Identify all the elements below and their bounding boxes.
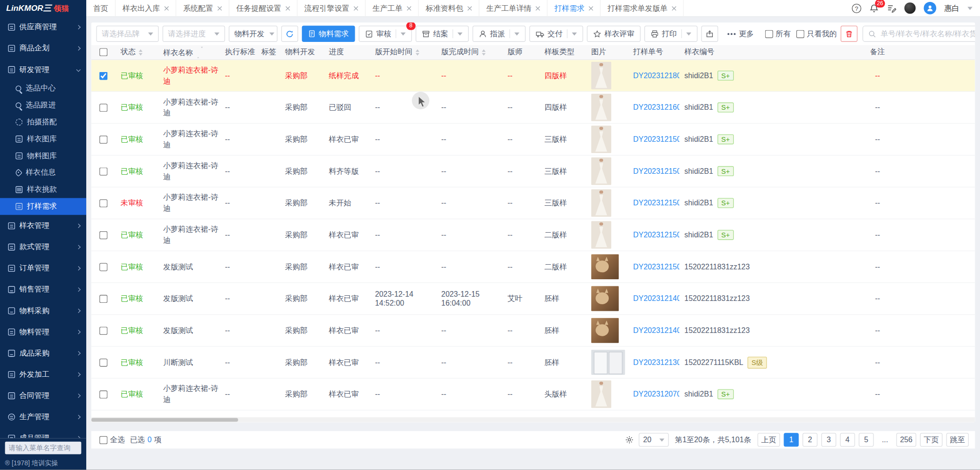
task-list-icon[interactable] [887,3,896,13]
material-request-button[interactable]: 物料需求 [302,25,355,41]
sample-image[interactable] [591,350,625,375]
tab-close-icon[interactable] [671,6,677,11]
table-row[interactable]: 已审核 发版测试 -- 采购部 样衣已审 -- -- -- 二版样 [91,251,975,283]
column-header[interactable]: 标签 [256,47,280,57]
row-checkbox[interactable] [99,231,107,239]
row-checkbox[interactable] [99,263,107,271]
sample-image[interactable] [591,157,611,185]
tab-close-icon[interactable] [217,6,222,11]
tab-close-icon[interactable] [353,6,358,11]
row-checkbox[interactable] [99,358,107,366]
table-row[interactable]: 已审核 川断测试 -- 采购部 样衣已审 -- -- -- 胚样 [91,347,975,379]
assign-button[interactable]: 指派 [473,25,526,41]
column-header[interactable]: 图片 [586,47,628,57]
order-link[interactable]: DY20231215003 [633,199,679,208]
order-link[interactable]: DY20231218001 [633,71,679,80]
tab[interactable]: 生产工单详情 [479,0,547,16]
order-link[interactable]: DY20231215001 [633,262,679,271]
audit-button[interactable]: 审核 8 [359,25,412,41]
sort-icon[interactable] [482,49,486,55]
user-menu-caret-icon[interactable] [967,7,972,10]
sidebar-item[interactable]: 款式管理 [0,236,86,257]
page-number-button[interactable]: 5 [859,433,874,446]
tab[interactable]: 标准资料包 [419,0,480,16]
sidebar-item[interactable]: 物料采购 [0,300,86,321]
column-header[interactable]: 版师 [503,47,539,57]
table-row[interactable]: 已审核 发版测试 -- 采购部 样衣已审 -- -- -- 胚样 [91,315,975,347]
sidebar-item[interactable]: 拍摄搭配 [0,113,86,130]
row-checkbox[interactable] [99,72,107,80]
column-header[interactable]: 进度 [324,47,370,57]
page-number-button[interactable]: 4 [840,433,855,446]
order-link[interactable]: DY20231215002 [633,230,679,239]
column-header[interactable]: 版开始时间 [370,47,436,57]
caret-icon[interactable] [686,32,692,35]
more-button[interactable]: 更多 [722,25,760,41]
tab-close-icon[interactable] [406,6,411,11]
row-checkbox[interactable] [99,294,107,302]
order-link[interactable]: DY20231215005 [633,135,679,144]
horizontal-scrollbar[interactable] [91,417,975,422]
column-header[interactable]: 执行标准 [220,47,256,57]
page-number-button[interactable]: 2 [802,433,817,446]
tab-close-icon[interactable] [588,6,593,11]
menu-search-input[interactable] [5,442,82,454]
tab[interactable]: 系统配置 [176,0,229,16]
order-link[interactable]: DY20231207001 [633,390,679,399]
avatar[interactable] [924,2,937,15]
sidebar-item[interactable]: 样衣图库 [0,130,86,147]
caret-icon[interactable] [457,32,463,35]
tab[interactable]: 打样需求单发版单 [601,0,684,16]
only-mine-checkbox[interactable]: 只看我的 [796,28,837,39]
sidebar-item[interactable]: 选品中心 [0,80,86,97]
select-all-checkbox[interactable] [99,48,107,56]
brand-select[interactable]: 请选择品牌 [96,25,159,41]
order-link[interactable]: DY20231213001 [633,358,679,367]
print-button[interactable]: 打印 [645,25,698,41]
export-button[interactable] [701,25,718,41]
username[interactable]: 惠白 [944,3,959,14]
search-input[interactable] [879,29,975,39]
filter-all-checkbox[interactable]: 所有 [765,28,791,39]
row-checkbox[interactable] [99,326,107,334]
page-number-button[interactable]: 3 [821,433,836,446]
row-checkbox[interactable] [99,135,107,143]
table-row[interactable]: 已审核 小萝莉连衣裙-诗迪 -- 采购部 样衣已审 -- -- -- 三版样 [91,124,975,156]
next-page-button[interactable]: 下页 [920,433,943,446]
caret-icon[interactable] [514,32,520,35]
tab-close-icon[interactable] [467,6,472,11]
sidebar-item[interactable]: 合同管理 [0,385,86,406]
sample-image[interactable] [591,286,619,311]
sidebar-item[interactable]: 样衣管理 [0,215,86,236]
tab-close-icon[interactable] [535,6,540,11]
tab[interactable]: 生产工单 [366,0,419,16]
sample-image[interactable] [591,126,611,153]
select-all-footer[interactable]: 全选 [99,435,125,446]
theme-toggle-icon[interactable] [904,2,915,14]
order-link[interactable]: DY20231214002 [633,294,679,303]
row-checkbox[interactable] [99,390,107,398]
sidebar-item[interactable]: 商品企划 [0,38,86,59]
tab[interactable]: 首页 [86,0,115,16]
mine-checkbox-input[interactable] [796,30,804,38]
help-icon[interactable] [852,3,861,13]
caret-icon[interactable] [572,32,577,35]
material-dev-select[interactable]: 物料开发 [229,25,278,41]
column-header[interactable]: 版完成时间 [436,47,503,57]
sidebar-item[interactable]: 研发管理 [0,59,86,80]
sidebar-item[interactable]: 订单管理 [0,258,86,279]
refresh-button[interactable] [281,25,298,41]
tab[interactable]: 打样需求 [547,0,601,16]
sample-image[interactable] [591,62,611,89]
sidebar-item[interactable]: 样衣信息 [0,164,86,181]
sort-icon[interactable] [196,47,204,58]
notification-bell[interactable]: 26 [869,3,879,13]
caret-icon[interactable] [400,32,406,35]
order-link[interactable]: DY20231216001 [633,103,679,112]
sidebar-item[interactable]: 成品采购 [0,342,86,364]
row-checkbox[interactable] [99,104,107,112]
table-row[interactable]: 已审核 小萝莉连衣裙-诗迪 -- 采购部 已驳回 -- -- -- 四版样 [91,92,975,124]
column-header[interactable]: 状态 [115,47,158,57]
table-row[interactable]: 已审核 小萝莉连衣裙-诗迪 -- 采购部 样衣已审 -- -- -- 二版样 [91,219,975,251]
sample-image[interactable] [591,189,611,217]
